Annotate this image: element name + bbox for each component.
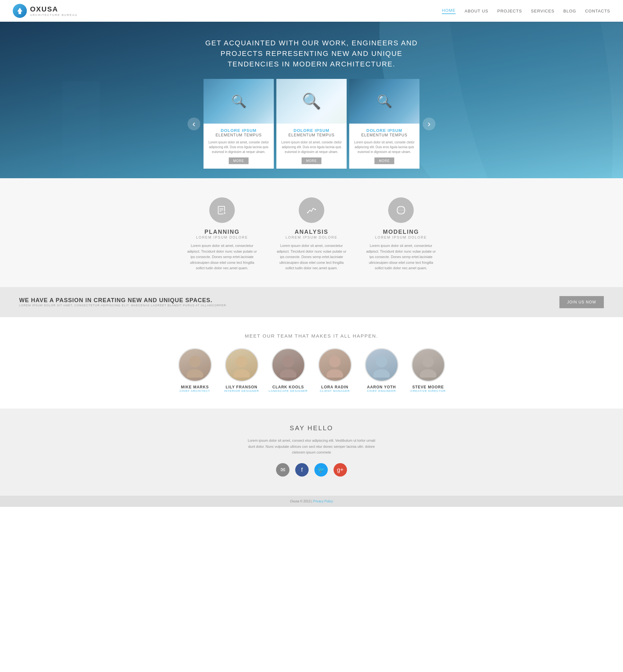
service-analysis: ANALYSIS LOREM IPSUM DOLORE Lorem ipsum …	[276, 197, 347, 271]
member-1-role: CHIEF ARCHITECT	[174, 389, 216, 393]
logo-area: OXUSA ARCHITECTURE BUREAU	[13, 4, 78, 18]
logo-text-wrap: OXUSA ARCHITECTURE BUREAU	[30, 5, 78, 17]
modeling-icon	[388, 197, 414, 223]
analysis-icon	[299, 197, 324, 223]
card-3-title-blue: DOLORE IPSUM	[354, 128, 415, 133]
svg-point-14	[189, 356, 201, 367]
svg-point-25	[420, 369, 437, 377]
card-1-more-button[interactable]: MORE	[229, 157, 248, 164]
card-1-title-gray: ELEMENTUM TEMPUS	[208, 133, 269, 138]
card-2-more-button[interactable]: MORE	[302, 157, 321, 164]
team-photo-2	[225, 348, 259, 382]
team-photo-1	[178, 348, 212, 382]
nav-contacts[interactable]: CONTACTS	[585, 9, 610, 13]
card-3-text: Lorem ipsum dolor sit amet, consete ctet…	[354, 140, 415, 154]
social-twitter-icon[interactable]: 🐦	[315, 463, 328, 477]
say-hello-title: SAY HELLO	[6, 425, 617, 432]
member-3-name: CLARK KOOLS	[267, 385, 309, 389]
svg-point-23	[373, 369, 390, 377]
planning-title: PLANNING	[187, 229, 257, 235]
team-heading: MEET OUR TEAM THAT MAKES IT ALL HAPPEN.	[13, 333, 610, 339]
card-3-body: DOLORE IPSUM ELEMENTUM TEMPUS Lorem ipsu…	[349, 124, 419, 169]
member-1-name: MIKE MARKS	[174, 385, 216, 389]
analysis-title: ANALYSIS	[276, 229, 347, 235]
svg-point-18	[283, 356, 294, 367]
member-5-role: CHIEF ENGINEER	[361, 389, 402, 393]
analysis-subtitle: LOREM IPSUM DOLORE	[276, 235, 347, 239]
card-3-more-button[interactable]: MORE	[375, 157, 394, 164]
join-us-button[interactable]: JOIN US NOW	[559, 296, 604, 308]
svg-point-11	[307, 212, 308, 213]
planning-icon	[209, 197, 235, 223]
team-photo-5	[365, 348, 398, 382]
copyright-brand: Oxusa © 2013 |	[290, 499, 313, 503]
service-planning: PLANNING LOREM IPSUM DOLORE Lorem ipsum …	[187, 197, 257, 271]
planning-subtitle: LOREM IPSUM DOLORE	[187, 235, 257, 239]
team-member-2: LILY FRANSON INTERIOR DESIGNER	[221, 348, 262, 393]
team-member-5: AARON YOTH CHIEF ENGINEER	[361, 348, 402, 393]
card-2-search-icon: 🔍	[302, 92, 321, 110]
say-hello-text: Lorem ipsum dolor sit amet, consect etur…	[244, 437, 379, 455]
carousel-cards: 🔍 DOLORE IPSUM ELEMENTUM TEMPUS Lorem ip…	[204, 79, 419, 169]
card-3-search-icon: 🔍	[377, 94, 392, 108]
card-3-title-gray: ELEMENTUM TEMPUS	[354, 133, 415, 138]
svg-point-12	[315, 209, 316, 210]
team-grid: MIKE MARKS CHIEF ARCHITECT LILY FRANSON …	[13, 348, 610, 393]
member-3-role: LANDSCAPE DESIGNER	[267, 389, 309, 393]
passion-banner: WE HAVE A PASSION IN CREATING NEW AND UN…	[0, 287, 623, 317]
team-photo-6	[412, 348, 445, 382]
social-icons: ✉ f 🐦 g+	[6, 463, 617, 477]
card-2-image: 🔍	[276, 79, 347, 124]
card-1-text: Lorem ipsum dolor sit amet, consete ctet…	[208, 140, 269, 154]
svg-point-24	[422, 356, 434, 367]
modeling-title: MODELING	[366, 229, 436, 235]
service-modeling: MODELING LOREM IPSUM DOLORE Lorem ipsum …	[366, 197, 436, 271]
bottom-bar: Oxusa © 2013 | Privacy Policy	[0, 496, 623, 507]
card-1-search-icon: 🔍	[231, 94, 246, 108]
team-section: MEET OUR TEAM THAT MAKES IT ALL HAPPEN. …	[0, 317, 623, 408]
footer-hello-section: SAY HELLO Lorem ipsum dolor sit amet, co…	[0, 408, 623, 496]
svg-point-17	[233, 369, 250, 377]
carousel-card-1: 🔍 DOLORE IPSUM ELEMENTUM TEMPUS Lorem ip…	[204, 79, 274, 169]
card-2-title-gray: ELEMENTUM TEMPUS	[281, 133, 342, 138]
nav-projects[interactable]: PROJECTS	[497, 9, 522, 13]
member-2-name: LILY FRANSON	[221, 385, 262, 389]
social-email-icon[interactable]: ✉	[276, 463, 290, 477]
member-6-role: CREATIVE DIRECTOR	[407, 389, 449, 393]
carousel: ‹ 🔍 DOLORE IPSUM ELEMENTUM TEMPUS Lorem …	[6, 79, 617, 169]
social-googleplus-icon[interactable]: g+	[333, 463, 347, 477]
carousel-next[interactable]: ›	[423, 118, 436, 130]
social-facebook-icon[interactable]: f	[295, 463, 308, 477]
svg-point-21	[327, 369, 343, 377]
nav-blog[interactable]: BLOG	[563, 9, 576, 13]
logo-brand: OXUSA	[30, 5, 78, 13]
privacy-policy-link[interactable]: Privacy Policy	[313, 499, 333, 503]
analysis-text: Lorem ipsum dolor sit amet, consectetur …	[276, 243, 347, 271]
member-4-role: CLIENT MANAGER	[314, 389, 356, 393]
team-member-1: MIKE MARKS CHIEF ARCHITECT	[174, 348, 216, 393]
card-1-title-blue: DOLORE IPSUM	[208, 128, 269, 133]
nav-about[interactable]: ABOUT US	[465, 9, 488, 13]
services-grid: PLANNING LOREM IPSUM DOLORE Lorem ipsum …	[13, 197, 610, 271]
modeling-text: Lorem ipsum dolor sit amet, consectetur …	[366, 243, 436, 271]
card-2-body: DOLORE IPSUM ELEMENTUM TEMPUS Lorem ipsu…	[276, 124, 347, 169]
svg-point-22	[376, 356, 387, 367]
card-2-title-blue: DOLORE IPSUM	[281, 128, 342, 133]
main-nav: HOME ABOUT US PROJECTS SERVICES BLOG CON…	[442, 8, 610, 14]
nav-home[interactable]: HOME	[442, 8, 455, 14]
svg-point-15	[186, 369, 203, 377]
logo-icon	[13, 4, 27, 18]
passion-title: WE HAVE A PASSION IN CREATING NEW AND UN…	[19, 297, 227, 304]
card-1-image: 🔍	[204, 79, 274, 124]
hero-headline: GET ACQUAINTED WITH OUR WORK, ENGINEERS …	[203, 38, 420, 69]
team-photo-4	[318, 348, 352, 382]
passion-subtitle: LOREM IPSUM DOLOR SIT AMET, CONSECTETUR …	[19, 304, 227, 307]
logo-subtitle: ARCHITECTURE BUREAU	[30, 13, 78, 17]
team-photo-3	[272, 348, 305, 382]
team-member-4: LORA RADIN CLIENT MANAGER	[314, 348, 356, 393]
nav-services[interactable]: SERVICES	[531, 9, 555, 13]
svg-point-16	[236, 356, 247, 367]
member-2-role: INTERIOR DESIGNER	[221, 389, 262, 393]
passion-text-wrap: WE HAVE A PASSION IN CREATING NEW AND UN…	[19, 297, 227, 307]
carousel-prev[interactable]: ‹	[187, 118, 200, 130]
